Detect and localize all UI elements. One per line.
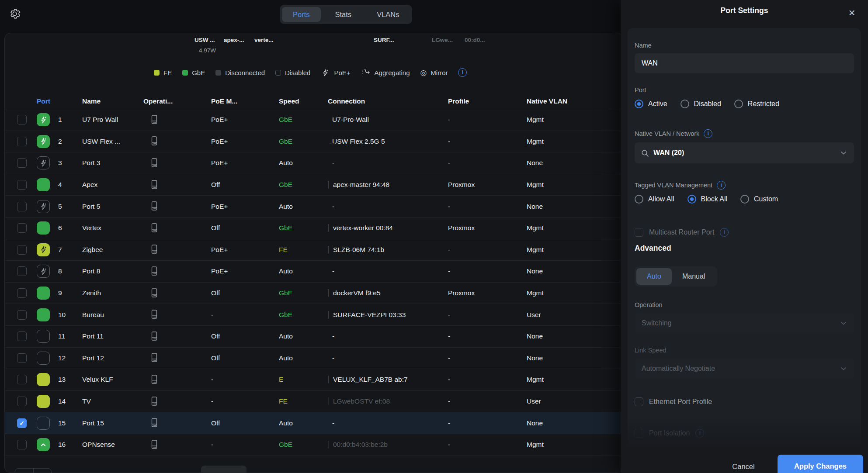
table-row-port-1[interactable]: 1U7 Pro WallPoE+GbEU7-Pro-Wall-Mgmt bbox=[4, 109, 622, 131]
tagged-vlan-option-allow-all[interactable]: Allow All bbox=[635, 195, 674, 204]
radio-icon[interactable] bbox=[740, 195, 749, 204]
ethernet-profile-checkbox[interactable] bbox=[635, 397, 643, 406]
table-row-port-11[interactable]: 11Port 11OffAuto--None bbox=[4, 326, 622, 348]
multicast-checkbox[interactable] bbox=[635, 228, 643, 237]
speed-value: GbE bbox=[279, 289, 328, 297]
native-vlan-info-icon[interactable]: i bbox=[704, 129, 712, 138]
port-number: 10 bbox=[57, 311, 82, 319]
native-vlan-value: Mgmt bbox=[527, 224, 592, 232]
search-icon bbox=[641, 149, 649, 157]
operation-select: Switching bbox=[635, 313, 854, 334]
row-checkbox[interactable] bbox=[17, 440, 27, 449]
port-name-input[interactable] bbox=[635, 53, 854, 73]
port-name: U7 Pro Wall bbox=[82, 116, 143, 124]
tagged-vlan-option-block-all[interactable]: Block All bbox=[687, 195, 727, 204]
radio-icon[interactable] bbox=[687, 195, 696, 204]
legend-item-mirror: ◎Mirror bbox=[420, 69, 448, 76]
legend-item-disconnected: Disconnected bbox=[215, 69, 265, 76]
profile-value: Proxmox bbox=[448, 289, 527, 297]
row-checkbox[interactable] bbox=[17, 245, 27, 255]
table-row-port-3[interactable]: 3Port 3PoE+Auto--None bbox=[4, 152, 622, 174]
pagination-next-button[interactable] bbox=[34, 469, 52, 473]
settings-gear-icon[interactable] bbox=[7, 6, 22, 21]
tab-ports[interactable]: Ports bbox=[282, 7, 321, 22]
port-isolation-checkbox-row[interactable]: Port Isolation i bbox=[635, 429, 704, 438]
table-row-port-5[interactable]: 5Port 5PoE+Auto--None bbox=[4, 196, 622, 218]
profile-value: Proxmox bbox=[448, 224, 527, 232]
rows-per-page-control[interactable] bbox=[201, 466, 247, 473]
link-speed-select: Automatically Negotiate bbox=[635, 358, 854, 379]
port-device-label: USW ... bbox=[194, 37, 215, 43]
speed-value: FE bbox=[279, 246, 328, 254]
cancel-button[interactable]: Cancel bbox=[719, 459, 767, 473]
tagged-vlan-option-custom[interactable]: Custom bbox=[740, 195, 778, 204]
port-status-icon bbox=[37, 135, 50, 148]
table-row-port-9[interactable]: 9ZenithOffGbEdockerVM f9:e5ProxmoxMgmt bbox=[4, 283, 622, 304]
table-row-port-7[interactable]: 7ZigbeePoE+FESLZB-06M 74:1b-Mgmt bbox=[4, 239, 622, 261]
tab-stats[interactable]: Stats bbox=[324, 7, 363, 22]
legend-label: Mirror bbox=[431, 69, 448, 76]
row-checkbox[interactable] bbox=[17, 180, 27, 190]
row-checkbox[interactable] bbox=[17, 397, 27, 406]
port-isolation-checkbox[interactable] bbox=[635, 429, 643, 438]
ethernet-port-profile-checkbox-row[interactable]: Ethernet Port Profile bbox=[635, 397, 712, 406]
row-checkbox[interactable] bbox=[17, 266, 27, 276]
legend-item-poe-: PoE+ bbox=[321, 68, 350, 77]
row-checkbox[interactable] bbox=[17, 115, 27, 124]
port-isolation-info-icon[interactable]: i bbox=[695, 429, 704, 438]
speed-value: GbE bbox=[279, 224, 328, 232]
column-header-connection: Connection bbox=[328, 97, 448, 105]
row-checkbox[interactable] bbox=[17, 137, 27, 146]
legend-fe-swatch bbox=[154, 70, 160, 76]
port-status-icon bbox=[37, 330, 50, 343]
client-device-icon bbox=[328, 289, 329, 297]
row-checkbox[interactable] bbox=[17, 202, 27, 211]
table-row-port-10[interactable]: 10Bureau-GbESURFACE-VEZPI 03:33-User bbox=[4, 304, 622, 326]
table-row-port-12[interactable]: 12Port 12OffAuto--None bbox=[4, 348, 622, 369]
table-row-port-4[interactable]: 4ApexOffGbEapex-master 94:48ProxmoxMgmt bbox=[4, 174, 622, 196]
port-name: Port 11 bbox=[82, 332, 143, 340]
tab-vlans[interactable]: VLANs bbox=[366, 7, 410, 22]
radio-icon[interactable] bbox=[635, 195, 643, 204]
port-status-icon bbox=[37, 200, 50, 213]
table-row-port-6[interactable]: 6VertexOffGbEvertex-worker 00:84ProxmoxM… bbox=[4, 218, 622, 239]
apply-changes-button[interactable]: Apply Changes bbox=[778, 455, 863, 473]
row-checkbox[interactable]: ✓ bbox=[17, 418, 27, 428]
port-device-label: LGwe... bbox=[432, 37, 453, 43]
table-row-port-8[interactable]: 8Port 8PoE+Auto--None bbox=[4, 261, 622, 283]
advanced-mode-manual[interactable]: Manual bbox=[672, 268, 715, 285]
pagination-prev-button[interactable] bbox=[15, 469, 34, 473]
close-icon[interactable]: × bbox=[845, 6, 858, 19]
row-checkbox[interactable] bbox=[17, 158, 27, 168]
native-vlan-select[interactable]: WAN (20) bbox=[635, 142, 854, 163]
table-row-port-2[interactable]: 2USW Flex ...PoE+GbEUSW Flex 2.5G 5-Mgmt bbox=[4, 131, 622, 153]
radio-icon[interactable] bbox=[635, 100, 643, 108]
port-number: 12 bbox=[57, 354, 82, 362]
row-checkbox[interactable] bbox=[17, 331, 27, 341]
multicast-router-port-checkbox-row[interactable]: Multicast Router Port i bbox=[635, 228, 729, 237]
link-speed-value: Automatically Negotiate bbox=[642, 365, 839, 373]
native-vlan-value: Mgmt bbox=[527, 246, 592, 254]
table-row-port-14[interactable]: 14TV-FELGwebOSTV ef:08-User bbox=[4, 391, 622, 413]
row-checkbox[interactable] bbox=[17, 288, 27, 298]
tagged-vlan-info-icon[interactable]: i bbox=[717, 181, 726, 190]
pagination-arrows[interactable] bbox=[15, 468, 52, 473]
port-state-option-disabled[interactable]: Disabled bbox=[681, 100, 721, 108]
client-device-icon bbox=[328, 311, 329, 319]
row-checkbox[interactable] bbox=[17, 310, 27, 320]
poe-mode: PoE+ bbox=[211, 203, 279, 211]
legend-info-icon[interactable]: i bbox=[458, 68, 467, 77]
row-checkbox[interactable] bbox=[17, 353, 27, 363]
table-row-port-15[interactable]: ✓15Port 15OffAuto--None bbox=[4, 412, 622, 434]
row-checkbox[interactable] bbox=[17, 223, 27, 233]
radio-icon[interactable] bbox=[681, 100, 689, 108]
multicast-info-icon[interactable]: i bbox=[720, 228, 729, 237]
radio-icon[interactable] bbox=[734, 100, 743, 108]
row-checkbox[interactable] bbox=[17, 375, 27, 384]
table-row-port-13[interactable]: 13Velux KLF-EVELUX_KLF_AB7B ab:7-Mgmt bbox=[4, 369, 622, 391]
port-state-option-active[interactable]: Active bbox=[635, 100, 667, 108]
port-state-option-restricted[interactable]: Restricted bbox=[734, 100, 779, 108]
table-row-port-16[interactable]: 16OPNsense-GbE00:d0:b4:03:be:2b-Mgmt bbox=[4, 434, 622, 456]
advanced-mode-auto[interactable]: Auto bbox=[636, 268, 672, 285]
column-header-port[interactable]: Port bbox=[37, 97, 82, 105]
